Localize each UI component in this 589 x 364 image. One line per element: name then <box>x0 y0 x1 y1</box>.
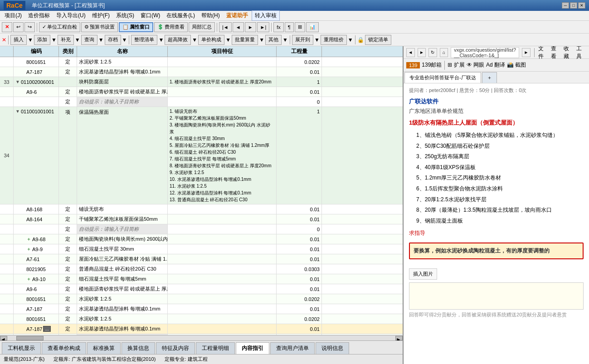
menu-window[interactable]: 窗口(W) <box>138 11 163 20</box>
menu-system[interactable]: 系统(S) <box>113 11 137 20</box>
btn-nav-go[interactable]: ► <box>522 48 531 57</box>
btn-sort[interactable]: 整理清单 <box>131 35 157 45</box>
btn-home[interactable]: ⌂ <box>440 48 448 57</box>
table-row-section[interactable]: 33 ▼011002006001 块料防腐面层 1. 楼地面沥青砂浆找平层 砖或… <box>0 77 403 87</box>
btn-undo[interactable]: ↩ <box>13 22 24 32</box>
btn-formula[interactable]: fx <box>273 22 284 32</box>
right-tab-qa[interactable]: 专业造价问答答疑平台-厂联达 <box>404 72 481 83</box>
btn-grid[interactable]: ⊞ <box>295 22 305 32</box>
btn-forward[interactable]: ► <box>418 48 426 57</box>
menu-project[interactable]: 项目(J) <box>2 11 24 20</box>
btn-query[interactable]: 查询 <box>81 35 97 45</box>
tool-screenshot[interactable]: 📸 截图 <box>507 61 526 69</box>
btn-back[interactable]: ◄ <box>406 48 415 57</box>
tool-expand[interactable]: ⊞ 扩展 <box>448 61 464 69</box>
expand-icon[interactable]: ▼ <box>15 79 20 84</box>
tool-eye[interactable]: 👁 网眼 <box>467 61 484 69</box>
right-toolbar-fav[interactable]: 收藏 <box>564 46 574 60</box>
table-row[interactable]: A9-6 定 楼地面沥青砂浆找平层 砖或硬基层上 厚度20mm 0.01 <box>0 87 403 97</box>
tab-features[interactable]: 特征及内容 <box>156 342 195 354</box>
table-row-section-34[interactable]: 34 ▼011001001001 项 保温隔热屋面 1. 铺设无纺布 2. 平铺… <box>0 107 403 204</box>
btn-close2[interactable]: ✕ <box>2 37 6 43</box>
menu-assistant[interactable]: 蓝诺助手 <box>224 11 251 20</box>
btn-other[interactable]: 其他 <box>265 35 282 45</box>
menu-maintain[interactable]: 维护(F) <box>89 11 112 20</box>
btn-nav-next[interactable]: ► <box>245 22 256 32</box>
right-toolbar-tools[interactable]: 工具 <box>576 46 586 60</box>
tab-tools[interactable]: 工料机显示 <box>2 342 41 354</box>
h-scroll-thumb[interactable] <box>16 336 44 340</box>
btn-refresh[interactable]: ↻ <box>428 48 437 57</box>
btn-nav-prev[interactable]: ◄ <box>233 22 244 32</box>
btn-property[interactable]: 📋 属性窗口 <box>119 22 153 32</box>
menu-help[interactable]: 帮助(H) <box>199 11 223 20</box>
reply-textarea[interactable] <box>409 282 584 310</box>
table-row[interactable]: 8001651 定 水泥砂浆 1:2.5 0.0202 <box>0 294 403 304</box>
btn-nav-last[interactable]: ►| <box>257 22 270 32</box>
btn-expand[interactable]: 展开到 <box>292 35 313 45</box>
menu-import-export[interactable]: 导入导出(U) <box>54 11 88 20</box>
btn-close[interactable]: ✕ <box>2 22 12 32</box>
btn-save[interactable]: 存档 <box>105 35 121 45</box>
table-row[interactable]: ＋ A9-68 定 楼地面陶瓷块料(每块周长mm) 2600以内 水泥砂浆 0.… <box>0 234 403 244</box>
h-scrollbar[interactable]: ◄ ► <box>0 335 403 340</box>
btn-unit-comp[interactable]: 单价构成 <box>198 35 224 45</box>
plus-icon[interactable]: ＋ <box>26 246 31 252</box>
menu-price-index[interactable]: 造价指标 <box>25 11 53 20</box>
table-row[interactable]: A8-164 定 干铺聚苯乙烯泡沫板屋面保温50mm 0.01 <box>0 214 403 224</box>
more-icon[interactable]: ... <box>43 326 50 332</box>
right-toolbar-view[interactable]: 查看 <box>551 46 561 60</box>
menu-review[interactable]: 转入审核 <box>252 10 280 21</box>
tab-standard-calc[interactable]: 标准换算 <box>87 342 121 354</box>
btn-unit-check[interactable]: ✓ 单位工程自检 <box>39 22 80 32</box>
table-row[interactable]: 8001651 定 水泥砂浆 1:2.5 0.0202 <box>0 314 403 324</box>
table-row-active[interactable]: A7-187 ... 定 水泥基渗透结晶型涂料 每增减0.1mm 0.01 <box>0 324 403 334</box>
tab-description[interactable]: 说明信息 <box>316 342 349 354</box>
table-row[interactable]: 定 自动提示：请输入子目简称 0 <box>0 97 403 107</box>
btn-surcharge[interactable]: 超高降效 <box>165 35 191 45</box>
btn-chart[interactable]: 📊 <box>306 22 319 32</box>
right-tab-new[interactable]: ＋ <box>482 72 497 83</box>
tab-qty-detail[interactable]: 工程量明细 <box>196 342 235 354</box>
btn-fee-view[interactable]: 💲 费用查看 <box>154 22 188 32</box>
btn-nav-first[interactable]: |◄ <box>219 22 232 32</box>
btn-lock[interactable]: 锁定清单 <box>365 35 391 45</box>
plus-icon[interactable]: ＋ <box>26 236 31 243</box>
expand-icon[interactable]: ▼ <box>15 109 20 114</box>
badge-label[interactable]: 139邮箱 <box>422 61 442 69</box>
url-bar[interactable]: vxgx.com/question/giml/list?__ClassCode=… <box>451 47 519 58</box>
menu-online[interactable]: 在线服务(L) <box>164 11 198 20</box>
table-row[interactable]: ＋ A9-10 定 细石混凝土找平层 每增减5mm 0.01 <box>0 274 403 284</box>
tab-user-list[interactable]: 查询用户清单 <box>270 342 315 354</box>
tab-unit-price[interactable]: 查看单价构成 <box>42 342 86 354</box>
btn-fill[interactable]: 补充 <box>58 35 74 45</box>
btn-batch[interactable]: 批量算量 <box>232 35 258 45</box>
btn-insert-img[interactable]: 插入图片 <box>409 268 437 280</box>
table-row[interactable]: A7-187 定 水泥基渗透结晶型涂料 每增减0.1mm 0.01 <box>0 304 403 314</box>
tool-translate[interactable]: Ad 翻译 <box>486 61 505 69</box>
table-row[interactable]: 8001651 定 水泥砂浆 1:2.5 0.0202 <box>0 57 403 67</box>
close-button[interactable]: ✕ <box>578 2 585 9</box>
table-row[interactable]: A9-6 定 楼地面沥青砂浆找平层 砖或硬基层上 厚度20mm 0.01 <box>0 284 403 294</box>
btn-budget-setting[interactable]: ⚙ 预算书设置 <box>81 22 118 32</box>
btn-add[interactable]: 添加 <box>34 35 50 45</box>
maximize-button[interactable]: □ <box>570 2 577 9</box>
table-row[interactable]: A7-187 定 水泥基渗透结晶型涂料 每增减0.1mm 0.01 <box>0 67 403 77</box>
h-scroll-right[interactable]: ► <box>395 336 403 340</box>
tab-calc-info[interactable]: 换算信息 <box>122 342 155 354</box>
plus-icon[interactable]: ＋ <box>26 276 31 282</box>
table-row[interactable]: 定 自动提示：请输入子目简称 0 <box>0 224 403 234</box>
btn-dup[interactable]: 重用组价 <box>321 35 347 45</box>
tab-content-index[interactable]: 内容指引 <box>236 342 269 354</box>
btn-paragraph[interactable]: ¶ <box>285 22 294 32</box>
btn-insert[interactable]: 插入 <box>10 35 27 45</box>
table-row[interactable]: ＋ A9-9 定 细石混凝土找平层 30mm 0.01 <box>0 244 403 254</box>
btn-redo[interactable]: ↪ <box>24 22 35 32</box>
minimize-button[interactable]: ─ <box>562 2 569 9</box>
right-toolbar-file[interactable]: 文件 <box>538 46 548 60</box>
btn-region-sum[interactable]: 局部汇总 <box>189 22 215 32</box>
table-row[interactable]: A8-168 定 铺设无纺布 0.01 <box>0 204 403 214</box>
table-row[interactable]: A7-61 定 屋面冷贴三元乙丙橡胶卷材 冷贴 满铺 1.2mm厚 0.01 <box>0 254 403 264</box>
table-row[interactable]: 8021905 定 普通商品混凝土 碎石粒径20石 C30 0.0303 <box>0 264 403 274</box>
h-scroll-left[interactable]: ◄ <box>0 336 7 340</box>
